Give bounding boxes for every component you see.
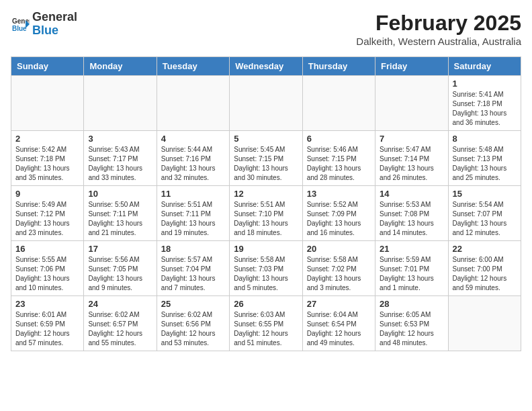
day-number: 8 (453, 134, 517, 144)
calendar-cell: 14Sunrise: 5:53 AM Sunset: 7:08 PM Dayli… (375, 186, 448, 241)
day-info: Sunrise: 6:01 AM Sunset: 6:59 PM Dayligh… (15, 310, 79, 348)
calendar-header-wednesday: Wednesday (230, 57, 302, 76)
day-info: Sunrise: 6:05 AM Sunset: 6:53 PM Dayligh… (380, 310, 443, 348)
day-info: Sunrise: 5:52 AM Sunset: 7:09 PM Dayligh… (307, 200, 371, 238)
day-number: 11 (161, 189, 225, 199)
calendar-cell: 4Sunrise: 5:44 AM Sunset: 7:16 PM Daylig… (157, 131, 229, 186)
day-info: Sunrise: 5:53 AM Sunset: 7:08 PM Dayligh… (380, 200, 443, 238)
calendar-week-3: 9Sunrise: 5:49 AM Sunset: 7:12 PM Daylig… (11, 186, 521, 241)
calendar-cell: 15Sunrise: 5:54 AM Sunset: 7:07 PM Dayli… (448, 186, 521, 241)
calendar-cell (84, 76, 157, 131)
calendar-header-saturday: Saturday (448, 57, 521, 76)
calendar-subtitle: Dalkeith, Western Australia, Australia (356, 36, 521, 47)
day-number: 4 (161, 134, 225, 144)
calendar-cell: 6Sunrise: 5:46 AM Sunset: 7:15 PM Daylig… (302, 131, 375, 186)
calendar-header-row: SundayMondayTuesdayWednesdayThursdayFrid… (11, 57, 521, 76)
day-info: Sunrise: 6:00 AM Sunset: 7:00 PM Dayligh… (453, 255, 517, 293)
day-number: 17 (88, 244, 152, 254)
calendar-week-5: 23Sunrise: 6:01 AM Sunset: 6:59 PM Dayli… (11, 296, 521, 351)
day-info: Sunrise: 5:51 AM Sunset: 7:10 PM Dayligh… (234, 200, 298, 238)
day-info: Sunrise: 5:49 AM Sunset: 7:12 PM Dayligh… (15, 200, 79, 238)
calendar-cell: 8Sunrise: 5:48 AM Sunset: 7:13 PM Daylig… (448, 131, 521, 186)
calendar-table: SundayMondayTuesdayWednesdayThursdayFrid… (11, 56, 521, 351)
day-info: Sunrise: 6:03 AM Sunset: 6:55 PM Dayligh… (234, 310, 298, 348)
calendar-cell: 11Sunrise: 5:51 AM Sunset: 7:11 PM Dayli… (157, 186, 229, 241)
day-number: 23 (15, 299, 79, 309)
day-number: 18 (161, 244, 225, 254)
calendar-cell: 1Sunrise: 5:41 AM Sunset: 7:18 PM Daylig… (448, 76, 521, 131)
day-info: Sunrise: 5:42 AM Sunset: 7:18 PM Dayligh… (15, 145, 79, 183)
calendar-cell: 16Sunrise: 5:55 AM Sunset: 7:06 PM Dayli… (11, 241, 84, 296)
title-section: February 2025 Dalkeith, Western Australi… (356, 11, 521, 47)
day-info: Sunrise: 5:46 AM Sunset: 7:15 PM Dayligh… (307, 145, 371, 183)
calendar-week-1: 1Sunrise: 5:41 AM Sunset: 7:18 PM Daylig… (11, 76, 521, 131)
calendar-cell: 23Sunrise: 6:01 AM Sunset: 6:59 PM Dayli… (11, 296, 84, 351)
svg-text:Blue: Blue (12, 25, 27, 32)
calendar-cell: 9Sunrise: 5:49 AM Sunset: 7:12 PM Daylig… (11, 186, 84, 241)
calendar-cell: 19Sunrise: 5:58 AM Sunset: 7:03 PM Dayli… (230, 241, 302, 296)
day-number: 15 (453, 189, 517, 199)
calendar-cell: 21Sunrise: 5:59 AM Sunset: 7:01 PM Dayli… (375, 241, 448, 296)
logo-icon: General Blue (11, 15, 30, 34)
calendar-cell: 2Sunrise: 5:42 AM Sunset: 7:18 PM Daylig… (11, 131, 84, 186)
day-number: 28 (380, 299, 443, 309)
calendar-header-thursday: Thursday (302, 57, 375, 76)
calendar-week-4: 16Sunrise: 5:55 AM Sunset: 7:06 PM Dayli… (11, 241, 521, 296)
day-info: Sunrise: 5:56 AM Sunset: 7:05 PM Dayligh… (88, 255, 152, 293)
day-info: Sunrise: 6:04 AM Sunset: 6:54 PM Dayligh… (307, 310, 371, 348)
day-number: 21 (380, 244, 443, 254)
calendar-cell (11, 76, 84, 131)
day-info: Sunrise: 5:58 AM Sunset: 7:03 PM Dayligh… (234, 255, 298, 293)
calendar-header-tuesday: Tuesday (157, 57, 229, 76)
logo: General Blue General Blue (11, 11, 77, 38)
day-number: 2 (15, 134, 79, 144)
day-info: Sunrise: 5:50 AM Sunset: 7:11 PM Dayligh… (88, 200, 152, 238)
logo-line2: Blue (32, 24, 58, 37)
calendar-cell: 27Sunrise: 6:04 AM Sunset: 6:54 PM Dayli… (302, 296, 375, 351)
calendar-cell: 18Sunrise: 5:57 AM Sunset: 7:04 PM Dayli… (157, 241, 229, 296)
calendar-cell: 13Sunrise: 5:52 AM Sunset: 7:09 PM Dayli… (302, 186, 375, 241)
day-number: 19 (234, 244, 298, 254)
day-info: Sunrise: 5:45 AM Sunset: 7:15 PM Dayligh… (234, 145, 298, 183)
day-info: Sunrise: 5:47 AM Sunset: 7:14 PM Dayligh… (380, 145, 443, 183)
day-number: 10 (88, 189, 152, 199)
day-number: 14 (380, 189, 443, 199)
day-number: 13 (307, 189, 371, 199)
calendar-cell (302, 76, 375, 131)
day-number: 7 (380, 134, 443, 144)
day-number: 3 (88, 134, 152, 144)
calendar-body: 1Sunrise: 5:41 AM Sunset: 7:18 PM Daylig… (11, 76, 521, 351)
calendar-cell (375, 76, 448, 131)
day-info: Sunrise: 5:43 AM Sunset: 7:17 PM Dayligh… (88, 145, 152, 183)
day-number: 5 (234, 134, 298, 144)
calendar-cell: 22Sunrise: 6:00 AM Sunset: 7:00 PM Dayli… (448, 241, 521, 296)
day-info: Sunrise: 5:57 AM Sunset: 7:04 PM Dayligh… (161, 255, 225, 293)
calendar-header-sunday: Sunday (11, 57, 84, 76)
calendar-title: February 2025 (356, 11, 521, 36)
day-info: Sunrise: 5:48 AM Sunset: 7:13 PM Dayligh… (453, 145, 517, 183)
day-info: Sunrise: 5:41 AM Sunset: 7:18 PM Dayligh… (453, 90, 517, 128)
calendar-cell: 25Sunrise: 6:02 AM Sunset: 6:56 PM Dayli… (157, 296, 229, 351)
logo-text: General Blue (32, 11, 77, 38)
day-info: Sunrise: 5:55 AM Sunset: 7:06 PM Dayligh… (15, 255, 79, 293)
calendar-cell: 12Sunrise: 5:51 AM Sunset: 7:10 PM Dayli… (230, 186, 302, 241)
calendar-cell: 10Sunrise: 5:50 AM Sunset: 7:11 PM Dayli… (84, 186, 157, 241)
calendar-cell: 7Sunrise: 5:47 AM Sunset: 7:14 PM Daylig… (375, 131, 448, 186)
calendar-cell: 24Sunrise: 6:02 AM Sunset: 6:57 PM Dayli… (84, 296, 157, 351)
logo-line1: General (32, 10, 77, 24)
day-number: 26 (234, 299, 298, 309)
day-number: 20 (307, 244, 371, 254)
day-info: Sunrise: 5:58 AM Sunset: 7:02 PM Dayligh… (307, 255, 371, 293)
day-number: 9 (15, 189, 79, 199)
day-info: Sunrise: 6:02 AM Sunset: 6:57 PM Dayligh… (88, 310, 152, 348)
calendar-cell: 17Sunrise: 5:56 AM Sunset: 7:05 PM Dayli… (84, 241, 157, 296)
calendar-cell (448, 296, 521, 351)
calendar-cell (157, 76, 229, 131)
calendar-cell: 26Sunrise: 6:03 AM Sunset: 6:55 PM Dayli… (230, 296, 302, 351)
day-number: 16 (15, 244, 79, 254)
calendar-cell (230, 76, 302, 131)
calendar-week-2: 2Sunrise: 5:42 AM Sunset: 7:18 PM Daylig… (11, 131, 521, 186)
day-info: Sunrise: 5:59 AM Sunset: 7:01 PM Dayligh… (380, 255, 443, 293)
calendar-header-monday: Monday (84, 57, 157, 76)
day-number: 24 (88, 299, 152, 309)
